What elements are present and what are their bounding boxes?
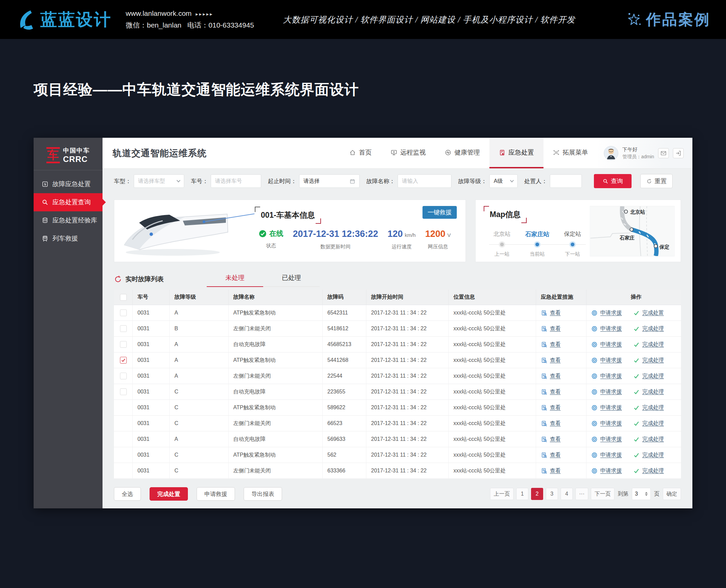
complete-link[interactable]: 完成处理 — [633, 341, 664, 348]
filter-vehicle-no: 车号： — [191, 174, 261, 188]
complete-link[interactable]: 完成处理 — [633, 467, 664, 475]
view-link[interactable]: 查看 — [541, 436, 561, 443]
col-code: 故障码 — [323, 290, 366, 305]
vehicle-no-input[interactable] — [215, 178, 257, 184]
complete-link[interactable]: 完成处理 — [633, 325, 664, 332]
request-rescue-link[interactable]: 申请求援 — [591, 451, 622, 459]
mail-button[interactable] — [658, 148, 669, 158]
confirm-page-button[interactable]: 确定 — [663, 488, 681, 500]
prev-page-button[interactable]: 上一页 — [490, 488, 514, 500]
select-all-checkbox[interactable] — [120, 294, 127, 301]
request-rescue-link[interactable]: 申请求援 — [591, 404, 622, 411]
map-label-shijiazhuang: 石家庄 — [619, 235, 635, 240]
complete-link[interactable]: 完成处置 — [633, 310, 664, 316]
page-number-button[interactable]: 1 — [516, 488, 528, 500]
fault-level-select[interactable]: A级 — [490, 174, 518, 188]
handler-input[interactable] — [554, 178, 577, 184]
fault-name-input[interactable] — [402, 178, 447, 184]
date-picker[interactable]: 请选择 — [299, 174, 360, 188]
request-rescue-link[interactable]: 申请求援 — [591, 325, 622, 332]
fault-time-cell: 2017-12-31 11 : 34 : 22 — [366, 305, 449, 320]
sidebar-item-train-rescue[interactable]: 列车救援 — [34, 230, 103, 248]
view-link[interactable]: 查看 — [541, 357, 561, 364]
request-rescue-link[interactable]: 申请求援 — [591, 357, 622, 364]
complete-link[interactable]: 完成处理 — [633, 404, 664, 411]
route-map[interactable]: 北京站 石家庄 保定 — [590, 206, 675, 256]
sidebar: 车 中国中车 CRRC 故障应急处置 应急处置查询 应急处置经验库 列车救援 — [34, 138, 103, 508]
complete-handle-button[interactable]: 完成处置 — [149, 487, 188, 501]
logout-button[interactable] — [673, 148, 684, 158]
page-number-button[interactable]: 2 — [531, 488, 543, 500]
nav-item-extended-menu[interactable]: 拓展菜单 — [543, 138, 598, 168]
request-rescue-link[interactable]: 申请求援 — [591, 467, 622, 475]
request-rescue-link[interactable]: 申请求援 — [591, 310, 622, 316]
complete-link[interactable]: 完成处理 — [633, 388, 664, 396]
checkbox-cell — [114, 353, 133, 368]
row-checkbox[interactable] — [120, 325, 127, 332]
car-number-cell: 0031 — [133, 353, 170, 368]
view-link[interactable]: 查看 — [541, 404, 561, 411]
view-link[interactable]: 查看 — [541, 373, 561, 380]
avatar[interactable] — [604, 146, 619, 161]
row-checkbox[interactable] — [120, 357, 127, 363]
search-button[interactable]: 查询 — [594, 174, 631, 188]
row-checkbox[interactable] — [120, 373, 127, 379]
request-rescue-link[interactable]: 申请求援 — [591, 341, 622, 348]
request-rescue-button[interactable]: 申请救援 — [196, 487, 235, 501]
done-check-icon — [633, 389, 640, 395]
request-rescue-link[interactable]: 申请求援 — [591, 436, 622, 443]
goto-page-input[interactable]: 3 — [632, 488, 651, 500]
complete-link[interactable]: 完成处理 — [633, 420, 664, 427]
view-link[interactable]: 查看 — [541, 310, 561, 316]
database-icon — [42, 217, 48, 224]
row-checkbox[interactable] — [120, 388, 127, 395]
vehicle-type-select[interactable]: 请选择车型 — [134, 174, 184, 188]
filter-label: 车型： — [114, 177, 131, 185]
fault-table-body: 0031AATP触发紧急制动65423112017-12-31 11 : 34 … — [114, 305, 681, 479]
one-key-rescue-button[interactable]: 一键救援 — [422, 206, 457, 219]
reset-button[interactable]: 重置 — [640, 174, 672, 188]
tab-handled[interactable]: 已处理 — [263, 273, 320, 287]
done-check-icon — [633, 373, 640, 379]
nav-item-emergency[interactable]: 应急处置 — [490, 138, 543, 168]
nav-item-home[interactable]: 首页 — [340, 138, 381, 168]
export-report-button[interactable]: 导出报表 — [244, 487, 282, 501]
complete-link[interactable]: 完成处理 — [633, 357, 664, 364]
next-page-button[interactable]: 下一页 — [591, 488, 615, 500]
pagination: 上一页 1234··· 下一页 到第 3 页 确定 — [490, 488, 681, 500]
ops-cell: 申请求援完成处理 — [586, 337, 681, 352]
location-cell: xxx站-ccc站 50公里处 — [449, 432, 536, 447]
rescue-ring-icon — [591, 326, 598, 332]
view-link[interactable]: 查看 — [541, 420, 561, 427]
filter-label: 故障等级： — [458, 177, 487, 185]
complete-link[interactable]: 完成处理 — [633, 436, 664, 443]
view-link[interactable]: 查看 — [541, 467, 561, 475]
request-rescue-link[interactable]: 申请求援 — [591, 388, 622, 396]
tab-unhandled[interactable]: 未处理 — [207, 273, 263, 287]
sidebar-item-experience-library[interactable]: 应急处置经验库 — [34, 211, 103, 230]
row-checkbox[interactable] — [120, 341, 127, 348]
car-number-cell: 0031 — [133, 447, 170, 463]
view-link[interactable]: 查看 — [541, 388, 561, 396]
table-row: 0031CATP触发紧急制动5896222017-12-31 11 : 34 :… — [114, 400, 681, 416]
request-rescue-link[interactable]: 申请求援 — [591, 373, 622, 380]
rescue-ring-icon — [591, 341, 598, 348]
update-time-value: 2017-12-31 12:36:22 — [293, 229, 378, 239]
sidebar-item-fault-emergency[interactable]: 故障应急处置 — [34, 175, 103, 193]
select-all-button[interactable]: 全选 — [114, 487, 141, 501]
nav-label: 健康管理 — [454, 148, 480, 157]
table-header-row: 车号 故障等级 故障名称 故障码 故障开始时间 位置信息 应急处置措施 操作 — [114, 290, 681, 305]
view-link[interactable]: 查看 — [541, 451, 561, 459]
complete-link[interactable]: 完成处理 — [633, 373, 664, 380]
row-checkbox[interactable] — [120, 310, 127, 316]
view-link[interactable]: 查看 — [541, 325, 561, 332]
complete-link[interactable]: 完成处理 — [633, 451, 664, 459]
view-link[interactable]: 查看 — [541, 341, 561, 348]
page-number-button[interactable]: 4 — [561, 488, 573, 500]
sidebar-item-emergency-query[interactable]: 应急处置查询 — [34, 193, 103, 211]
request-rescue-link[interactable]: 申请求援 — [591, 420, 622, 427]
nav-item-remote-monitor[interactable]: 远程监视 — [381, 138, 435, 168]
spinner-arrows-icon[interactable] — [645, 492, 648, 496]
nav-item-health[interactable]: 健康管理 — [435, 138, 490, 168]
page-number-button[interactable]: 3 — [546, 488, 558, 500]
